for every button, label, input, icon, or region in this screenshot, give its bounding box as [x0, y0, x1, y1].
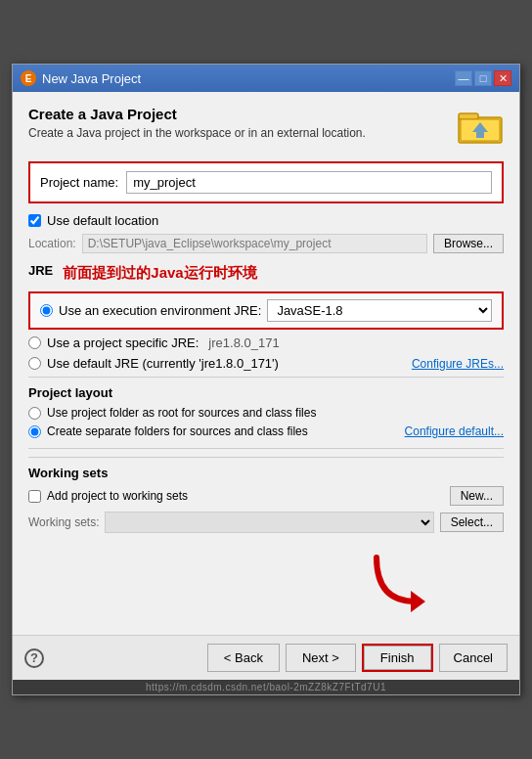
jre-header: JRE 前面提到过的Java运行时环境	[28, 263, 504, 284]
next-button[interactable]: Next >	[286, 644, 356, 672]
page-subtitle: Create a Java project in the workspace o…	[28, 126, 457, 140]
jre-default-radio[interactable]	[28, 357, 41, 370]
arrow-icon	[357, 548, 435, 616]
jre-execution-env-label: Use an execution environment JRE:	[59, 303, 261, 318]
finish-button-wrapper: Finish	[362, 644, 433, 672]
jre-specific-row: Use a project specific JRE: jre1.8.0_171	[28, 335, 504, 350]
location-row: Location: Browse...	[28, 234, 504, 253]
layout-option2-radio[interactable]	[28, 425, 41, 438]
jre-execution-env-dropdown[interactable]: JavaSE-1.8	[267, 299, 492, 322]
cancel-button[interactable]: Cancel	[439, 644, 508, 672]
project-name-section: Project name:	[28, 161, 504, 203]
project-name-label: Project name:	[40, 175, 118, 190]
dialog-window: E New Java Project — □ ✕ Create a Java P…	[12, 64, 520, 695]
jre-default-label: Use default JRE (currently 'jre1.8.0_171…	[47, 356, 279, 371]
working-sets-input-row: Working sets: Select...	[28, 512, 504, 533]
working-sets-input-label: Working sets:	[28, 515, 99, 529]
working-sets-select-button[interactable]: Select...	[440, 513, 504, 532]
working-sets-section: Working sets Add project to working sets…	[28, 448, 504, 533]
bottom-bar: ? < Back Next > Finish Cancel	[13, 635, 519, 680]
project-layout-title: Project layout	[28, 377, 504, 400]
arrow-area	[28, 543, 504, 621]
jre-specific-value: jre1.8.0_171	[208, 335, 279, 350]
title-bar-controls: — □ ✕	[455, 70, 511, 86]
minimize-button[interactable]: —	[455, 70, 472, 86]
svg-rect-1	[459, 113, 478, 119]
close-button[interactable]: ✕	[494, 70, 511, 86]
location-label: Location:	[28, 237, 76, 250]
bottom-buttons: < Back Next > Finish Cancel	[207, 644, 508, 672]
working-sets-checkbox[interactable]	[28, 490, 41, 503]
watermark: https://m.cdsdm.csdn.net/baol-2mZZ8kZ7Ft…	[13, 680, 519, 694]
layout-option2-row: Create separate folders for sources and …	[28, 424, 504, 438]
jre-annotation: 前面提到过的Java运行时环境	[63, 264, 256, 283]
page-title: Create a Java Project	[28, 106, 457, 122]
default-location-label: Use default location	[47, 213, 158, 228]
working-sets-select[interactable]	[105, 512, 433, 533]
layout-option1-radio[interactable]	[28, 407, 41, 420]
configure-default-link[interactable]: Configure default...	[405, 424, 504, 438]
location-input	[82, 234, 427, 253]
dialog-content: Create a Java Project Create a Java proj…	[13, 92, 519, 635]
working-sets-title: Working sets	[28, 457, 504, 480]
configure-jres-link[interactable]: Configure JREs...	[412, 357, 504, 371]
folder-icon	[457, 106, 504, 148]
header-area: Create a Java Project Create a Java proj…	[28, 106, 504, 152]
jre-specific-label: Use a project specific JRE:	[47, 335, 199, 350]
working-sets-new-button[interactable]: New...	[450, 486, 504, 506]
back-button[interactable]: < Back	[207, 644, 280, 672]
layout-option1-label: Use project folder as root for sources a…	[47, 406, 504, 420]
folder-svg	[457, 106, 504, 145]
layout-option1-row: Use project folder as root for sources a…	[28, 406, 504, 420]
header-text: Create a Java Project Create a Java proj…	[28, 106, 457, 152]
jre-specific-radio[interactable]	[28, 336, 41, 349]
jre-execution-env-radio[interactable]	[40, 304, 53, 317]
layout-option2-label: Create separate folders for sources and …	[47, 424, 399, 438]
project-layout-section: Project layout Use project folder as roo…	[28, 377, 504, 438]
working-sets-checkbox-row: Add project to working sets New...	[28, 486, 504, 506]
browse-button[interactable]: Browse...	[433, 234, 504, 253]
app-icon: E	[21, 70, 36, 86]
jre-options-box: Use an execution environment JRE: JavaSE…	[28, 291, 504, 330]
default-location-row: Use default location	[28, 213, 504, 228]
jre-default-row: Use default JRE (currently 'jre1.8.0_171…	[28, 356, 504, 371]
jre-section-label: JRE	[28, 263, 53, 278]
jre-execution-env-row: Use an execution environment JRE: JavaSE…	[40, 299, 492, 322]
working-sets-checkbox-label: Add project to working sets	[47, 489, 444, 503]
title-bar: E New Java Project — □ ✕	[13, 65, 519, 92]
default-location-checkbox[interactable]	[28, 214, 41, 227]
help-button[interactable]: ?	[24, 648, 44, 668]
svg-marker-4	[411, 591, 425, 612]
title-bar-left: E New Java Project	[21, 70, 141, 86]
maximize-button[interactable]: □	[474, 70, 492, 86]
dialog-title: New Java Project	[42, 71, 141, 86]
finish-button[interactable]: Finish	[364, 646, 431, 670]
project-name-input[interactable]	[126, 171, 492, 194]
